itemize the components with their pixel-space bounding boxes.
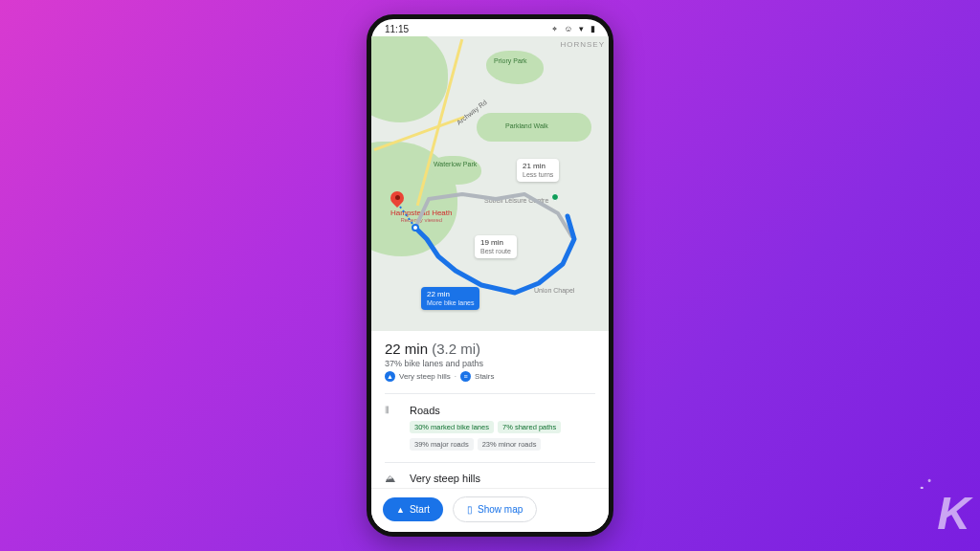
map-icon: ▯ [467, 504, 473, 515]
park-shape [371, 36, 448, 122]
clock: 11:15 [385, 24, 409, 34]
watermark-logo: K [937, 487, 969, 540]
callout-time: 22 min [427, 290, 474, 299]
start-label: Start [410, 504, 430, 515]
start-button[interactable]: ▲ Start [383, 497, 443, 521]
show-map-button[interactable]: ▯ Show map [453, 496, 537, 522]
distance-value: (3.2 mi) [432, 341, 480, 357]
steep-section: ⛰ Very steep hills [385, 462, 595, 484]
face-icon: ☺ [564, 24, 572, 33]
duration-value: 22 min [385, 341, 428, 357]
origin-dot-icon [412, 224, 419, 231]
battery-icon: ▮ [590, 24, 595, 33]
park-shape [486, 51, 544, 84]
show-map-label: Show map [478, 504, 523, 515]
chip-bike-lanes: 30% marked bike lanes [410, 421, 494, 433]
poi-dot-icon[interactable] [551, 193, 559, 201]
wifi-icon: ▾ [579, 24, 584, 33]
route-subline: 37% bike lanes and paths [385, 359, 595, 368]
map-view[interactable]: HORNSEY Priory Park Parkland Walk Waterl… [371, 36, 609, 331]
callout-time: 21 min [523, 162, 553, 171]
warning-stairs: Stairs [475, 372, 494, 381]
roads-icon: ⦀ [385, 404, 398, 416]
chip-minor-roads: 23% minor roads [478, 438, 542, 451]
callout-sub: Less turns [523, 171, 553, 179]
warning-hills: Very steep hills [399, 372, 451, 381]
poi-label: Sobell Leisure Centre [484, 197, 548, 204]
road-chips-2: 39% major roads 23% minor roads [410, 438, 595, 451]
callout-time: 19 min [480, 238, 511, 248]
park-label: Parkland Walk [505, 122, 548, 129]
location-icon: ⌖ [552, 24, 557, 33]
route-callout-active[interactable]: 22 min More bike lanes [421, 287, 479, 310]
map-area-label: HORNSEY [560, 40, 605, 49]
mountain-icon: ⛰ [385, 473, 398, 484]
poi-label: Union Chapel [534, 287, 574, 294]
destination-sub: Recently viewed [390, 217, 452, 223]
park-label: Priory Park [494, 57, 527, 64]
section-title: Roads [410, 405, 440, 416]
route-duration: 22 min (3.2 mi) [385, 341, 595, 357]
destination-pin-icon[interactable] [390, 191, 404, 210]
navigate-icon: ▲ [396, 505, 405, 515]
route-panel: 22 min (3.2 mi) 37% bike lanes and paths… [371, 331, 609, 484]
bottom-action-bar: ▲ Start ▯ Show map [371, 488, 609, 532]
chip-shared-paths: 7% shared paths [498, 421, 561, 433]
route-callout-best[interactable]: 19 min Best route [475, 235, 517, 258]
roads-section: ⦀ Roads 30% marked bike lanes 7% shared … [385, 393, 595, 451]
callout-sub: More bike lanes [427, 299, 474, 307]
warnings-row: ▲ Very steep hills · ≡ Stairs [385, 371, 595, 382]
destination-label: Hampstead Heath Recently viewed [390, 209, 452, 223]
phone-frame: 11:15 ⌖ ☺ ▾ ▮ HORNSEY Priory Park Parkla… [367, 14, 613, 537]
stairs-icon: ≡ [460, 371, 471, 382]
hills-icon: ▲ [385, 371, 395, 382]
chip-major-roads: 39% major roads [410, 438, 474, 451]
park-label: Waterlow Park [434, 161, 477, 167]
callout-sub: Best route [480, 248, 511, 255]
road-chips: 30% marked bike lanes 7% shared paths [410, 421, 595, 433]
status-icons: ⌖ ☺ ▾ ▮ [548, 23, 595, 34]
separator: · [455, 372, 457, 381]
status-bar: 11:15 ⌖ ☺ ▾ ▮ [371, 19, 609, 36]
section-title: Very steep hills [410, 473, 480, 484]
route-callout-alt[interactable]: 21 min Less turns [517, 159, 559, 182]
